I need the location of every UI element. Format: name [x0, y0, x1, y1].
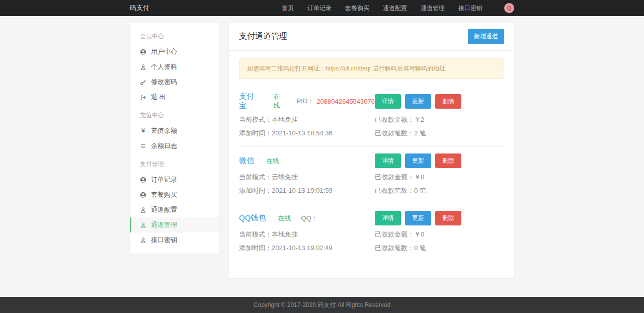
sidebar-item-label: 修改密码	[151, 77, 177, 87]
time-value: 2021-10-13 18:54:36	[272, 129, 333, 137]
channel-row-qq: QQ钱包 在线 QQ： 详情 更新 删除 当前模式：本地免挂 已收款金额：￥0 …	[239, 204, 504, 261]
sidebar-section-member: 会员中心	[130, 26, 219, 44]
count-row: 已收款笔数：2 笔	[375, 129, 504, 138]
detail-button[interactable]: 详情	[375, 211, 401, 225]
top-navbar: 码支付 首页 订单记录 套餐购买 通道配置 通道管理 接口密钥 Q	[0, 0, 644, 16]
sidebar-item-label: 充值余额	[151, 126, 177, 135]
sidebar-item-label: 余额日志	[151, 141, 177, 150]
time-row: 添加时间：2021-10-13 18:54:36	[239, 129, 375, 138]
user-circle-icon	[140, 177, 146, 183]
count-value: 2 笔	[414, 129, 426, 137]
channel-name-link[interactable]: 微信	[239, 156, 254, 166]
sidebar-item-label: 个人资料	[151, 62, 177, 71]
copyright-text: Copyright © 2017-2020 码支付 All Rights Res…	[254, 301, 390, 309]
delete-button[interactable]: 删除	[435, 153, 461, 168]
count-value: 0 笔	[414, 187, 426, 194]
pid-value: 2088042645543076	[316, 98, 375, 105]
qr-notice-alert: 如需填写二维码请打开网址：https://cli.im/deqr 进行解码后填写…	[239, 58, 504, 79]
sidebar-item-channel-manage[interactable]: 通道管理	[130, 217, 219, 232]
update-button[interactable]: 更新	[405, 211, 431, 225]
status-badge: 在线	[274, 92, 287, 110]
sidebar-item-recharge-balance[interactable]: ¥ 充值余额	[130, 123, 219, 138]
detail-button[interactable]: 详情	[375, 94, 401, 109]
detail-button[interactable]: 详情	[375, 153, 401, 168]
channel-actions: 详情 更新 删除	[375, 211, 504, 225]
page-footer: Copyright © 2017-2020 码支付 All Rights Res…	[0, 297, 644, 313]
amount-row: 已收款金额：￥0	[375, 230, 504, 239]
nav-link-api-key[interactable]: 接口密钥	[458, 4, 482, 13]
add-channel-button[interactable]: 新增通道	[468, 29, 504, 44]
sidebar-item-package-buy[interactable]: 套餐购买	[130, 187, 219, 202]
nav-link-packages[interactable]: 套餐购买	[345, 4, 369, 13]
status-badge: 在线	[278, 214, 291, 223]
pid-label: PID：	[297, 97, 314, 106]
main-panel: 支付通道管理 新增通道 如需填写二维码请打开网址：https://cli.im/…	[229, 23, 514, 278]
sidebar-item-label: 通道配置	[151, 205, 177, 214]
sidebar-section-payment: 支付管理	[130, 153, 219, 172]
amount-value: ￥0	[414, 173, 424, 181]
channel-name-link[interactable]: 支付宝	[239, 92, 262, 111]
sidebar-section-recharge: 充值中心	[130, 105, 219, 123]
channel-name-link[interactable]: QQ钱包	[239, 213, 266, 223]
page-title: 支付通道管理	[239, 31, 287, 42]
channel-row-alipay: 支付宝 在线 PID： 2088042645543076 详情 更新 删除 当前…	[239, 85, 504, 147]
user-outline-icon	[140, 222, 146, 228]
amount-row: 已收款金额：￥0	[375, 173, 504, 182]
count-row: 已收款笔数：0 笔	[375, 244, 504, 253]
qq-label: QQ：	[301, 214, 317, 223]
nav-links: 首页 订单记录 套餐购买 通道配置 通道管理 接口密钥 Q	[282, 3, 514, 13]
user-outline-icon	[140, 64, 146, 70]
nav-link-channel-manage[interactable]: 通道管理	[421, 4, 445, 13]
brand-logo[interactable]: 码支付	[130, 4, 149, 13]
panel-header: 支付通道管理 新增通道	[229, 23, 514, 51]
user-outline-icon	[140, 237, 146, 244]
sidebar-item-order-records[interactable]: 订单记录	[130, 172, 219, 187]
list-icon	[140, 143, 146, 149]
count-row: 已收款笔数：0 笔	[375, 186, 504, 195]
key-icon	[140, 79, 146, 86]
delete-button[interactable]: 删除	[435, 211, 461, 225]
sidebar: 会员中心 用户中心 个人资料 修改密码 退 出 充值中心 ¥ 充值余额 余额日志…	[130, 23, 219, 254]
sidebar-item-balance-log[interactable]: 余额日志	[130, 138, 219, 153]
avatar[interactable]: Q	[504, 3, 514, 13]
sidebar-item-user-center[interactable]: 用户中心	[130, 44, 219, 59]
sidebar-item-channel-config[interactable]: 通道配置	[130, 202, 219, 217]
update-button[interactable]: 更新	[405, 153, 431, 168]
user-circle-icon	[140, 49, 146, 55]
channel-actions: 详情 更新 删除	[375, 153, 504, 168]
time-value: 2021-10-13 19:01:59	[272, 187, 333, 194]
time-value: 2021-10-13 19:02:49	[272, 244, 333, 252]
logout-icon	[140, 94, 146, 101]
channel-row-wechat: 微信 在线 详情 更新 删除 当前模式：云端免挂 已收款金额：￥0 添加时间：2…	[239, 147, 504, 204]
nav-link-home[interactable]: 首页	[282, 4, 294, 13]
sidebar-item-profile[interactable]: 个人资料	[130, 59, 219, 74]
delete-button[interactable]: 删除	[435, 94, 461, 109]
sidebar-item-label: 退 出	[151, 93, 166, 102]
nav-link-orders[interactable]: 订单记录	[307, 4, 332, 13]
update-button[interactable]: 更新	[405, 94, 431, 109]
user-circle-icon	[140, 192, 146, 198]
channel-actions: 详情 更新 删除	[375, 94, 504, 109]
status-badge: 在线	[266, 156, 279, 166]
amount-row: 已收款金额：￥2	[375, 115, 504, 124]
sidebar-item-logout[interactable]: 退 出	[130, 90, 219, 105]
sidebar-item-label: 通道管理	[151, 220, 177, 229]
sidebar-item-label: 订单记录	[151, 175, 177, 184]
mode-row: 当前模式：本地免挂	[239, 230, 375, 239]
time-row: 添加时间：2021-10-13 19:02:49	[239, 244, 375, 253]
user-outline-icon	[140, 207, 146, 213]
sidebar-item-label: 接口密钥	[151, 236, 177, 245]
mode-value: 本地免挂	[272, 116, 298, 123]
nav-link-channel-config[interactable]: 通道配置	[383, 4, 407, 13]
amount-value: ￥2	[414, 116, 424, 123]
yen-icon: ¥	[140, 127, 146, 134]
count-value: 0 笔	[414, 244, 426, 252]
sidebar-item-label: 用户中心	[151, 47, 177, 56]
amount-value: ￥0	[414, 230, 424, 238]
sidebar-item-change-password[interactable]: 修改密码	[130, 74, 219, 90]
sidebar-item-label: 套餐购买	[151, 190, 177, 199]
time-row: 添加时间：2021-10-13 19:01:59	[239, 186, 375, 195]
sidebar-item-api-key[interactable]: 接口密钥	[130, 232, 219, 248]
mode-value: 云端免挂	[272, 173, 298, 181]
mode-row: 当前模式：本地免挂	[239, 115, 375, 124]
